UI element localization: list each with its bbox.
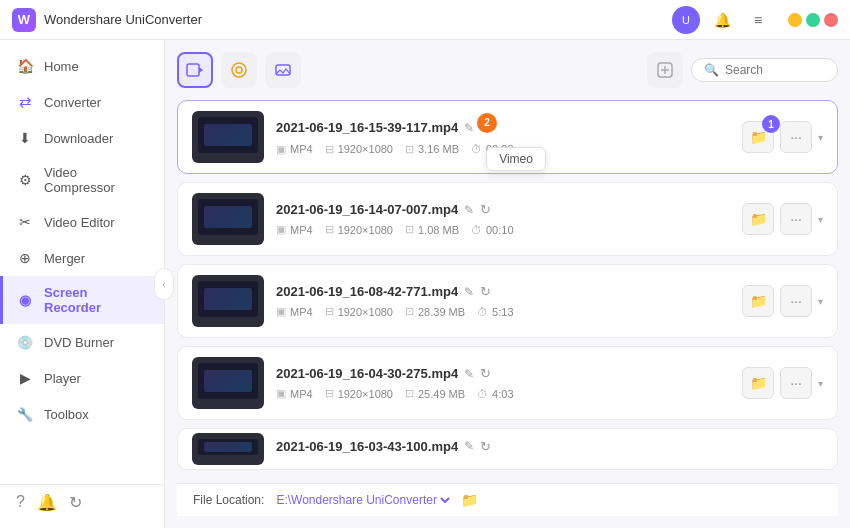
dropdown-arrow-1[interactable]: ▾ bbox=[818, 132, 823, 143]
refresh-badge-wrap-1: ↻ 2 Vimeo bbox=[480, 119, 491, 137]
more-button-1[interactable]: ··· bbox=[780, 121, 812, 153]
file-info-4: 2021-06-19_16-04-30-275.mp4 ✎ ↻ ▣ MP4 ⊟ … bbox=[276, 366, 730, 400]
convert-icon-5[interactable]: ↻ bbox=[480, 439, 491, 454]
sidebar-item-player[interactable]: ▶ Player bbox=[0, 360, 164, 396]
file-card-2: 2021-06-19_16-14-07-007.mp4 ✎ ↻ ▣ MP4 ⊟ … bbox=[177, 182, 838, 256]
edit-icon-1[interactable]: ✎ bbox=[464, 121, 474, 135]
resolution-icon-1: ⊟ bbox=[325, 143, 334, 156]
size-icon-3: ⊡ bbox=[405, 305, 414, 318]
help-btn[interactable]: ? bbox=[16, 493, 25, 512]
sidebar-item-recorder-label: Screen Recorder bbox=[44, 285, 148, 315]
size-label-1: 3.16 MB bbox=[418, 143, 459, 155]
sidebar-item-video-editor[interactable]: ✂ Video Editor bbox=[0, 204, 164, 240]
sidebar-item-video-compressor[interactable]: ⚙ Video Compressor bbox=[0, 156, 164, 204]
resolution-label-4: 1920×1080 bbox=[338, 388, 393, 400]
edit-icon-2[interactable]: ✎ bbox=[464, 203, 474, 217]
convert-icon-4[interactable]: ↻ bbox=[480, 366, 491, 381]
vimeo-tooltip: Vimeo bbox=[486, 147, 546, 171]
file-thumbnail-4 bbox=[192, 357, 264, 409]
dropdown-arrow-2[interactable]: ▾ bbox=[818, 214, 823, 225]
folder-button-2[interactable]: 📁 bbox=[742, 203, 774, 235]
file-thumbnail-2 bbox=[192, 193, 264, 245]
titlebar: W Wondershare UniConverter U 🔔 ≡ bbox=[0, 0, 850, 40]
titlebar-right: U 🔔 ≡ bbox=[672, 6, 838, 34]
sidebar-item-home[interactable]: 🏠 Home bbox=[0, 48, 164, 84]
resolution-icon-4: ⊟ bbox=[325, 387, 334, 400]
search-box[interactable]: 🔍 bbox=[691, 58, 838, 82]
file-location-dropdown[interactable]: E:\Wondershare UniConverter bbox=[272, 492, 453, 508]
file-list: 2021-06-19_16-15-39-117.mp4 ✎ ↻ 2 Vimeo … bbox=[177, 100, 838, 483]
maximize-button[interactable] bbox=[806, 13, 820, 27]
more-button-2[interactable]: ··· bbox=[780, 203, 812, 235]
convert-icon-2[interactable]: ↻ bbox=[480, 202, 491, 217]
resolution-icon-3: ⊟ bbox=[325, 305, 334, 318]
toolbox-icon: 🔧 bbox=[16, 405, 34, 423]
sidebar-item-downloader-label: Downloader bbox=[44, 131, 113, 146]
folder-button-4[interactable]: 📁 bbox=[742, 367, 774, 399]
sidebar-bottom: ? 🔔 ↻ bbox=[0, 484, 164, 520]
sidebar-item-dvd-burner[interactable]: 💿 DVD Burner bbox=[0, 324, 164, 360]
main-layout: 🏠 Home ⇄ Converter ⬇ Downloader ⚙ Video … bbox=[0, 40, 850, 528]
size-icon-2: ⊡ bbox=[405, 223, 414, 236]
dvd-icon: 💿 bbox=[16, 333, 34, 351]
file-name-5: 2021-06-19_16-03-43-100.mp4 bbox=[276, 439, 458, 454]
format-2: ▣ MP4 bbox=[276, 223, 313, 236]
sidebar-item-converter[interactable]: ⇄ Converter bbox=[0, 84, 164, 120]
duration-icon-1: ⏱ bbox=[471, 143, 482, 155]
sidebar-collapse-btn[interactable]: ‹ bbox=[154, 268, 174, 300]
dropdown-arrow-4[interactable]: ▾ bbox=[818, 378, 823, 389]
notification-sidebar-btn[interactable]: 🔔 bbox=[37, 493, 57, 512]
sidebar-item-dvd-label: DVD Burner bbox=[44, 335, 114, 350]
size-2: ⊡ 1.08 MB bbox=[405, 223, 459, 236]
file-actions-4: 📁 ··· ▾ bbox=[742, 367, 823, 399]
file-name-4: 2021-06-19_16-04-30-275.mp4 bbox=[276, 366, 458, 381]
tab-video[interactable] bbox=[177, 52, 213, 88]
svg-point-3 bbox=[236, 67, 242, 73]
sidebar: 🏠 Home ⇄ Converter ⬇ Downloader ⚙ Video … bbox=[0, 40, 165, 528]
user-avatar[interactable]: U bbox=[672, 6, 700, 34]
edit-icon-5[interactable]: ✎ bbox=[464, 439, 474, 453]
size-icon-1: ⊡ bbox=[405, 143, 414, 156]
format-label-4: MP4 bbox=[290, 388, 313, 400]
tab-audio[interactable] bbox=[221, 52, 257, 88]
minimize-button[interactable] bbox=[788, 13, 802, 27]
folder-button-3[interactable]: 📁 bbox=[742, 285, 774, 317]
notification-btn[interactable]: 🔔 bbox=[708, 6, 736, 34]
sidebar-item-downloader[interactable]: ⬇ Downloader bbox=[0, 120, 164, 156]
add-files-button[interactable] bbox=[647, 52, 683, 88]
search-input[interactable] bbox=[725, 63, 825, 77]
more-button-4[interactable]: ··· bbox=[780, 367, 812, 399]
bottom-folder-btn[interactable]: 📁 bbox=[461, 492, 478, 508]
file-name-row-1: 2021-06-19_16-15-39-117.mp4 ✎ ↻ 2 Vimeo bbox=[276, 119, 730, 137]
more-button-3[interactable]: ··· bbox=[780, 285, 812, 317]
sidebar-item-merger[interactable]: ⊕ Merger bbox=[0, 240, 164, 276]
app-icon: W bbox=[12, 8, 36, 32]
edit-icon-3[interactable]: ✎ bbox=[464, 285, 474, 299]
sidebar-item-merger-label: Merger bbox=[44, 251, 85, 266]
size-1: ⊡ 3.16 MB bbox=[405, 143, 459, 156]
format-3: ▣ MP4 bbox=[276, 305, 313, 318]
convert-icon-3[interactable]: ↻ bbox=[480, 284, 491, 299]
sidebar-item-toolbox[interactable]: 🔧 Toolbox bbox=[0, 396, 164, 432]
menu-btn[interactable]: ≡ bbox=[744, 6, 772, 34]
file-card-4: 2021-06-19_16-04-30-275.mp4 ✎ ↻ ▣ MP4 ⊟ … bbox=[177, 346, 838, 420]
folder-badge-1: 1 bbox=[762, 115, 780, 133]
size-label-3: 28.39 MB bbox=[418, 306, 465, 318]
tab-bar: 🔍 bbox=[177, 52, 838, 88]
file-card-5: 2021-06-19_16-03-43-100.mp4 ✎ ↻ bbox=[177, 428, 838, 470]
resolution-icon-2: ⊟ bbox=[325, 223, 334, 236]
edit-icon-4[interactable]: ✎ bbox=[464, 367, 474, 381]
close-button[interactable] bbox=[824, 13, 838, 27]
resolution-label-3: 1920×1080 bbox=[338, 306, 393, 318]
merger-icon: ⊕ bbox=[16, 249, 34, 267]
content-area: 🔍 2021-06-19_16-15-39-117.mp4 ✎ bbox=[165, 40, 850, 528]
dropdown-arrow-3[interactable]: ▾ bbox=[818, 296, 823, 307]
file-meta-4: ▣ MP4 ⊟ 1920×1080 ⊡ 25.49 MB ⏱ bbox=[276, 387, 730, 400]
duration-icon-3: ⏱ bbox=[477, 306, 488, 318]
sidebar-item-screen-recorder[interactable]: ◉ Screen Recorder bbox=[0, 276, 164, 324]
file-name-row-3: 2021-06-19_16-08-42-771.mp4 ✎ ↻ bbox=[276, 284, 730, 299]
refresh-btn[interactable]: ↻ bbox=[69, 493, 82, 512]
tab-image[interactable] bbox=[265, 52, 301, 88]
format-icon-1: ▣ bbox=[276, 143, 286, 156]
sidebar-item-compressor-label: Video Compressor bbox=[44, 165, 148, 195]
